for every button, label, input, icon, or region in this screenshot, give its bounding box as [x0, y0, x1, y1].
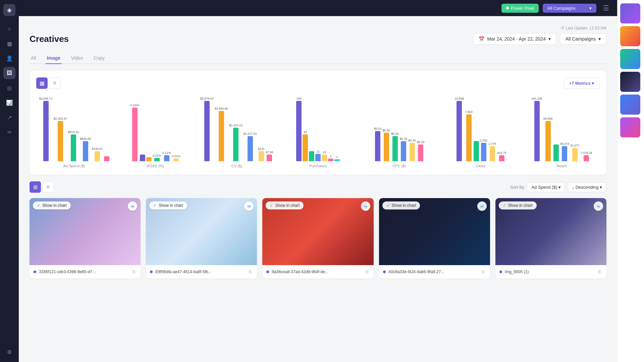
campaigns-dropdown[interactable]: All Campaigns ▾ — [543, 4, 596, 13]
bar-label-2-4: $131 — [258, 147, 265, 150]
thumbnail-2[interactable] — [620, 49, 640, 69]
page-header: Creatives 📅 Mar 24, 2024 - Apr 22, 2024 … — [30, 33, 606, 45]
image-card: ✓Show in chart∞A0c8a33e-f424-4ab6-9fa9-2… — [379, 198, 490, 279]
copy-button[interactable]: ⎘ — [131, 268, 137, 275]
list-view-button[interactable]: ≡ — [49, 77, 60, 89]
sidebar-item-share[interactable]: ↗ — [3, 111, 15, 123]
tab-image[interactable]: Image — [46, 53, 62, 64]
tab-all[interactable]: All — [30, 53, 38, 64]
chart-item-2: $5,879.03$4,930.80$2,423.13$1,577.41$131… — [199, 94, 275, 168]
bar-3-2 — [309, 151, 314, 161]
campaigns-dropdown-label: All Campaigns — [547, 6, 576, 11]
card-overlay-4: ✓Show in chart∞ — [495, 198, 606, 214]
metrics-button[interactable]: +7 Metrics ▾ — [563, 78, 600, 89]
image-card: ✓Show in chart∞9a36cea8-37ad-42d9-964f-d… — [262, 198, 373, 279]
card-name: Img_9005 (1) — [505, 269, 594, 274]
all-campaigns-button[interactable]: All Campaigns ▾ — [560, 33, 606, 45]
copy-button[interactable]: ⎘ — [248, 268, 253, 275]
sidebar-item-users[interactable]: 👤 — [3, 52, 15, 64]
power-pixel-dot — [506, 7, 509, 9]
check-icon: ✓ — [386, 203, 390, 208]
sidebar-item-creatives[interactable]: 🖼 — [3, 67, 15, 79]
app-logo[interactable]: ◈ — [3, 4, 15, 16]
card-name: A0c8a33e-f424-4ab6-9fa9-27... — [388, 269, 478, 274]
sort-order-select[interactable]: ↓ Descending ▾ — [568, 182, 606, 192]
copy-button[interactable]: ⎘ — [364, 268, 370, 275]
chart-title-6: Reach — [556, 164, 567, 168]
show-in-chart-button[interactable]: ✓Show in chart — [33, 201, 71, 209]
show-in-chart-button[interactable]: ✓Show in chart — [382, 201, 420, 209]
sort-label: Sort By — [510, 185, 525, 190]
chart-title-1: ROAS (%) — [147, 164, 164, 168]
meta-logo-icon: ∞ — [244, 201, 254, 211]
list-view-button-2[interactable]: ≡ — [42, 181, 54, 193]
chart-title-5: Clicks — [476, 164, 485, 168]
chart-item-0: $3,606.71$2,350.97$915.32$646.66$190.97A… — [36, 94, 112, 168]
menu-button[interactable]: ☰ — [600, 3, 612, 13]
image-card: ✓Show in chart∞E8f56dfa-ae47-4614-ba8f-5… — [146, 198, 257, 279]
sort-by-label: Ad Spend ($) — [531, 185, 557, 190]
card-image-0: ✓Show in chart∞ — [30, 198, 141, 265]
grid-view-button[interactable]: ⊞ — [30, 181, 41, 193]
copy-button[interactable]: ⎘ — [597, 268, 602, 275]
bar-label-1-0: 0.10% — [130, 104, 139, 107]
last-update-text: Last Update: 11:53 AM — [566, 26, 606, 31]
card-footer-3: A0c8a33e-f424-4ab6-9fa9-27...⎘ — [379, 265, 490, 279]
bar-chart-view-button[interactable]: ▦ — [36, 77, 48, 89]
power-pixel-button[interactable]: Power Pixel — [501, 4, 539, 13]
bar-4-0 — [375, 131, 380, 161]
sidebar-item-settings[interactable]: ⚙ — [3, 346, 15, 358]
chart-title-0: Ad Spend ($) — [63, 164, 85, 168]
bar-4-3 — [401, 141, 406, 161]
right-panel — [617, 0, 644, 362]
show-in-chart-label: Show in chart — [392, 203, 416, 208]
thumbnail-3[interactable] — [620, 72, 640, 92]
header-controls: 📅 Mar 24, 2024 - Apr 22, 2024 ▾ All Camp… — [473, 33, 606, 45]
sidebar-item-analytics[interactable]: 📊 — [3, 97, 15, 109]
card-overlay-3: ✓Show in chart∞ — [379, 198, 490, 214]
bar-label-3-6: 1 — [336, 155, 338, 159]
sidebar-item-home[interactable]: ⌂ — [3, 23, 15, 35]
sidebar-item-chart[interactable]: ▦ — [3, 38, 15, 50]
chart-item-6: 181,24595,55635,07332,0777,479.26Reach — [524, 94, 600, 168]
thumbnail-5[interactable] — [620, 117, 640, 137]
bar-label-3-0: 108 — [296, 97, 301, 100]
bar-label-4-5: $0.29 — [417, 140, 425, 144]
sort-by-select[interactable]: Ad Spend ($) ▾ — [527, 182, 565, 192]
chevron-down-icon: ▾ — [598, 36, 601, 42]
bar-3-5 — [328, 159, 333, 161]
bar-3-1 — [303, 134, 308, 161]
chart-title-3: Purchases — [309, 164, 327, 168]
copy-button[interactable]: ⎘ — [481, 268, 486, 275]
chevron-down-icon: ▾ — [548, 36, 551, 42]
card-image-3: ✓Show in chart∞ — [379, 198, 490, 265]
bar-group-3: 10843111011 — [296, 94, 340, 161]
bar-5-2 — [474, 141, 479, 161]
tabs-bar: All Image Video Copy — [30, 53, 606, 64]
date-picker-button[interactable]: 📅 Mar 24, 2024 - Apr 22, 2024 ▾ — [473, 33, 556, 45]
check-icon: ✓ — [503, 203, 506, 208]
chart-toolbar: ▦ ≡ +7 Metrics ▾ — [36, 77, 600, 89]
thumbnail-4[interactable] — [620, 95, 640, 115]
bar-group-0: $3,606.71$2,350.97$915.32$646.66$190.97 — [39, 94, 109, 161]
tab-copy[interactable]: Copy — [93, 53, 106, 64]
meta-logo-icon: ∞ — [594, 201, 603, 211]
bar-label-5-1: 7,803 — [465, 110, 473, 114]
show-in-chart-button[interactable]: ✓Show in chart — [499, 201, 537, 209]
tab-video[interactable]: Video — [70, 53, 85, 64]
chart-title-4: CPC ($) — [392, 164, 406, 168]
chart-panel: ▦ ≡ +7 Metrics ▾ $3,606.71$2,350.97$915.… — [30, 71, 606, 175]
sidebar-item-target[interactable]: ◎ — [3, 82, 15, 94]
bar-label-6-3: 35,073 — [560, 142, 569, 145]
bar-label-3-5: 1 — [330, 155, 331, 158]
card-dot — [383, 270, 386, 273]
card-name: E8f56dfa-ae47-4614-ba8f-5fb... — [155, 269, 245, 274]
bar-label-4-0: $0.51 — [374, 127, 382, 130]
bar-4-4 — [410, 143, 415, 161]
bar-group-1: 0.10%0.01%0.11%0.01% — [130, 94, 180, 161]
thumbnail-1[interactable] — [620, 26, 640, 46]
show-in-chart-button[interactable]: ✓Show in chart — [266, 201, 304, 209]
show-in-chart-button[interactable]: ✓Show in chart — [149, 201, 187, 209]
sidebar-item-meta[interactable]: ∞ — [3, 126, 15, 138]
thumbnail-0[interactable] — [620, 3, 640, 23]
